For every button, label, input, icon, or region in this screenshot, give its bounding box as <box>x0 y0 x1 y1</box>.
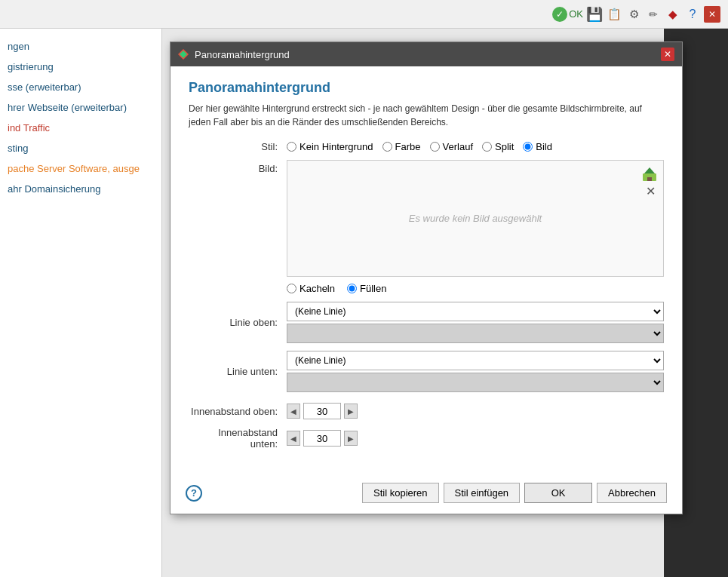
tile-fill-row: Kacheln Füllen <box>287 283 664 294</box>
sidebar-item-3[interactable]: hrer Webseite (erweiterbar) <box>0 97 161 118</box>
innenabstand-unten-decrement[interactable]: ◀ <box>287 431 300 446</box>
stil-image-label: Bild <box>536 141 552 152</box>
bild-label: Bild: <box>189 160 287 174</box>
image-preview-area: ✕ Es wurde kein Bild ausgewählt <box>287 160 664 277</box>
stil-option-no-bg[interactable]: Kein Hintergrund <box>287 141 373 152</box>
tile-option[interactable]: Kacheln <box>287 283 335 294</box>
dialog-title-icon <box>178 49 189 60</box>
dialog-titlebar: Panoramahintergrund ✕ <box>170 42 682 66</box>
sidebar: ngen gistrierung sse (erweiterbar) hrer … <box>0 29 162 577</box>
footer-buttons: Stil kopieren Stil einfügen OK Abbrechen <box>362 483 667 503</box>
toolbar-copy-icon[interactable]: 📋 <box>606 6 622 23</box>
stil-radio-group: Kein Hintergrund Farbe Verlauf Split Bil… <box>287 141 664 152</box>
stil-einfuegen-button[interactable]: Stil einfügen <box>444 483 521 503</box>
innenabstand-unten-row: Innenabstand unten: ◀ ▶ <box>189 427 664 450</box>
sidebar-item-5[interactable]: sting <box>0 138 161 158</box>
dialog-description: Der hier gewählte Hintergrund erstreckt … <box>189 102 664 129</box>
fill-radio[interactable] <box>347 284 357 293</box>
svg-rect-4 <box>647 177 652 181</box>
stil-color-label: Farbe <box>395 141 421 152</box>
innenabstand-oben-increment[interactable]: ▶ <box>344 404 358 419</box>
toolbar-ok-label: OK <box>569 8 583 20</box>
toolbar-close-icon[interactable]: ✕ <box>704 6 720 23</box>
bild-row: Bild: ✕ Es wurde kein Bild ausgewählt <box>189 160 664 294</box>
stil-no-bg-label: Kein Hintergrund <box>299 141 373 152</box>
innenabstand-unten-spinner: ◀ ▶ <box>287 430 358 447</box>
fill-option[interactable]: Füllen <box>347 283 386 294</box>
toolbar-ok-button[interactable]: ✓ OK <box>552 7 583 22</box>
toolbar-settings-icon[interactable]: ⚙ <box>625 6 642 23</box>
linie-unten-select[interactable]: (Keine Linie) <box>287 351 664 370</box>
dialog-titlebar-left: Panoramahintergrund <box>178 49 290 60</box>
image-delete-icon[interactable]: ✕ <box>643 183 658 198</box>
ok-button[interactable]: OK <box>524 483 592 503</box>
tile-radio[interactable] <box>287 284 296 293</box>
image-icon-svg <box>641 166 658 183</box>
linie-unten-control: (Keine Linie) <box>287 351 664 392</box>
stil-row: Stil: Kein Hintergrund Farbe Verlauf Spl… <box>189 141 664 152</box>
linie-oben-row: Linie oben: (Keine Linie) <box>189 302 664 343</box>
stil-radio-split[interactable] <box>482 142 492 152</box>
sidebar-item-ind-traffic[interactable]: ind Traffic <box>0 118 161 138</box>
dialog-close-button[interactable]: ✕ <box>661 48 674 61</box>
sidebar-item-2[interactable]: sse (erweiterbar) <box>0 77 161 97</box>
linie-unten-label: Linie unten: <box>189 366 287 377</box>
sidebar-item-0[interactable]: ngen <box>0 36 161 57</box>
stil-radio-color[interactable] <box>382 142 392 152</box>
stil-split-label: Split <box>495 141 514 152</box>
stil-option-split[interactable]: Split <box>482 141 514 152</box>
stil-option-color[interactable]: Farbe <box>382 141 421 152</box>
image-placeholder-text: Es wurde kein Bild ausgewählt <box>409 213 542 224</box>
stil-radio-no-bg[interactable] <box>287 142 296 152</box>
sidebar-item-6[interactable]: pache Server Software, ausge <box>0 158 161 179</box>
abbrechen-button[interactable]: Abbrechen <box>597 483 667 503</box>
image-select-icon[interactable] <box>640 165 659 183</box>
help-button[interactable]: ? <box>186 485 202 502</box>
linie-oben-control: (Keine Linie) <box>287 302 664 343</box>
bild-control: ✕ Es wurde kein Bild ausgewählt Kacheln … <box>287 160 664 294</box>
innenabstand-oben-label: Innenabstand oben: <box>189 406 287 417</box>
stil-label: Stil: <box>189 141 287 152</box>
stil-kopieren-button[interactable]: Stil kopieren <box>362 483 439 503</box>
dialog-panorama: Panoramahintergrund ✕ Panoramahintergrun… <box>170 41 683 514</box>
toolbar: ✓ OK 💾 📋 ⚙ ✏ ◆ ? ✕ <box>0 0 728 29</box>
linie-unten-secondary-select[interactable] <box>287 373 664 392</box>
innenabstand-unten-input[interactable] <box>303 430 341 447</box>
toolbar-help-icon[interactable]: ? <box>684 6 701 23</box>
ok-circle-icon: ✓ <box>552 7 567 22</box>
linie-oben-secondary-select[interactable] <box>287 324 664 343</box>
sidebar-item-7[interactable]: ahr Domainsicherung <box>0 179 161 199</box>
sidebar-item-1[interactable]: gistrierung <box>0 57 161 77</box>
dialog-title-text: Panoramahintergrund <box>195 49 290 60</box>
innenabstand-unten-label: Innenabstand unten: <box>189 427 287 450</box>
stil-option-image[interactable]: Bild <box>523 141 552 152</box>
toolbar-edit-icon[interactable]: ✏ <box>645 6 662 23</box>
toolbar-save-icon[interactable]: 💾 <box>586 6 603 23</box>
innenabstand-oben-row: Innenabstand oben: ◀ ▶ <box>189 403 664 419</box>
linie-oben-select[interactable]: (Keine Linie) <box>287 302 664 321</box>
dialog-heading: Panoramahintergrund <box>189 80 664 96</box>
dialog-footer: ? Stil kopieren Stil einfügen OK Abbrech… <box>170 475 682 514</box>
stil-option-gradient[interactable]: Verlauf <box>430 141 473 152</box>
toolbar-layers-icon[interactable]: ◆ <box>665 6 681 23</box>
svg-marker-3 <box>644 167 655 173</box>
innenabstand-oben-spinner: ◀ ▶ <box>287 403 358 419</box>
innenabstand-oben-decrement[interactable]: ◀ <box>287 404 300 419</box>
linie-unten-row: Linie unten: (Keine Linie) <box>189 351 664 392</box>
innenabstand-unten-increment[interactable]: ▶ <box>344 431 358 446</box>
dialog-content: Panoramahintergrund Der hier gewählte Hi… <box>170 66 682 468</box>
linie-oben-label: Linie oben: <box>189 317 287 328</box>
fill-label: Füllen <box>360 283 386 294</box>
stil-radio-image[interactable] <box>523 142 533 152</box>
stil-radio-gradient[interactable] <box>430 142 440 152</box>
stil-gradient-label: Verlauf <box>443 141 473 152</box>
innenabstand-oben-input[interactable] <box>303 403 341 419</box>
tile-label: Kacheln <box>299 283 335 294</box>
